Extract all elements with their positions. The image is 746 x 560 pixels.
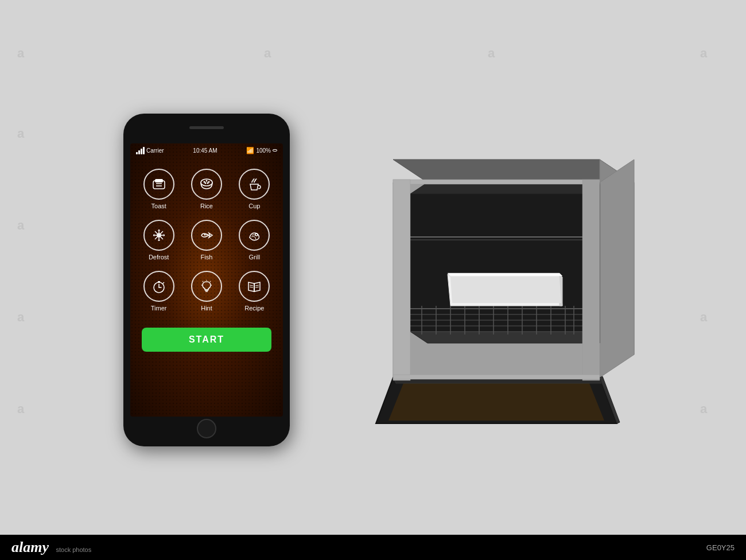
app-item-cup[interactable]: Cup xyxy=(231,163,278,214)
grill-label: Grill xyxy=(249,254,261,260)
scene: a a a a a a a a a a a a Carrier xyxy=(0,0,746,560)
svg-marker-50 xyxy=(410,332,600,343)
carrier-label: Carrier xyxy=(146,147,164,154)
watermark: a xyxy=(700,46,707,61)
svg-rect-1 xyxy=(155,179,163,182)
fish-icon xyxy=(191,220,222,251)
rice-icon xyxy=(191,169,222,200)
svg-point-24 xyxy=(255,234,258,236)
timer-icon xyxy=(143,271,174,302)
start-button-wrap: START xyxy=(130,322,283,357)
recipe-label: Recipe xyxy=(244,305,264,312)
oven-container xyxy=(336,137,623,423)
svg-rect-79 xyxy=(393,180,600,184)
time-label: 10:45 AM xyxy=(193,147,217,154)
svg-rect-81 xyxy=(582,180,600,380)
svg-line-40 xyxy=(250,287,253,287)
alamy-bar: alamy stock photos GE0Y25 xyxy=(0,535,746,560)
watermark: a xyxy=(17,310,24,325)
svg-rect-80 xyxy=(393,180,410,380)
svg-line-41 xyxy=(255,285,259,286)
app-item-fish[interactable]: Fish xyxy=(182,214,230,265)
svg-point-23 xyxy=(204,234,205,236)
svg-marker-74 xyxy=(448,273,562,276)
recipe-icon xyxy=(239,271,270,302)
watermark: a xyxy=(700,402,707,417)
app-item-recipe[interactable]: Recipe xyxy=(231,265,278,316)
svg-point-6 xyxy=(205,180,207,182)
hint-icon xyxy=(191,271,222,302)
app-item-toast[interactable]: Toast xyxy=(135,163,182,214)
svg-point-9 xyxy=(207,182,208,184)
app-item-defrost[interactable]: Defrost xyxy=(135,214,182,265)
fish-label: Fish xyxy=(201,254,213,260)
svg-line-39 xyxy=(250,285,253,286)
cup-label: Cup xyxy=(248,203,260,209)
hint-label: Hint xyxy=(201,305,212,312)
watermark: a xyxy=(488,46,495,61)
svg-marker-73 xyxy=(450,277,561,303)
svg-rect-82 xyxy=(393,375,600,379)
alamy-logo: alamy stock photos xyxy=(11,539,91,556)
phone-speaker xyxy=(189,126,224,129)
toast-icon xyxy=(143,169,174,200)
battery-label: 100% xyxy=(256,147,271,154)
battery-icon xyxy=(273,149,277,151)
alamy-code: GE0Y25 xyxy=(706,543,735,552)
grill-icon xyxy=(239,220,270,251)
svg-point-8 xyxy=(204,182,206,184)
oven-svg xyxy=(336,137,657,435)
svg-marker-76 xyxy=(388,380,604,421)
signal-icon xyxy=(136,147,145,154)
watermark: a xyxy=(17,46,24,61)
svg-line-42 xyxy=(255,287,259,287)
cup-icon xyxy=(239,169,270,200)
watermark: a xyxy=(17,218,24,233)
alamy-tagline: stock photos xyxy=(56,546,91,553)
status-left: Carrier xyxy=(136,147,164,154)
wifi-icon: 📶 xyxy=(246,147,254,154)
start-button[interactable]: START xyxy=(142,328,271,352)
phone-screen: Carrier 10:45 AM 📶 100% xyxy=(130,143,283,417)
svg-line-30 xyxy=(163,282,164,283)
status-bar: Carrier 10:45 AM 📶 100% xyxy=(130,143,283,157)
status-right: 📶 100% xyxy=(246,147,277,154)
app-item-timer[interactable]: Timer xyxy=(135,265,182,316)
defrost-label: Defrost xyxy=(149,254,169,260)
phone-home-button[interactable] xyxy=(197,419,216,438)
toast-label: Toast xyxy=(151,203,166,209)
rice-label: Rice xyxy=(200,203,213,209)
watermark: a xyxy=(17,402,24,417)
app-item-rice[interactable]: Rice xyxy=(182,163,230,214)
timer-label: Timer xyxy=(151,305,167,312)
watermark: a xyxy=(264,46,271,61)
svg-marker-43 xyxy=(393,160,634,182)
phone: Carrier 10:45 AM 📶 100% xyxy=(123,114,290,446)
app-item-hint[interactable]: Hint xyxy=(182,265,230,316)
watermark: a xyxy=(17,126,24,141)
app-item-grill[interactable]: Grill xyxy=(231,214,278,265)
defrost-icon xyxy=(143,220,174,251)
svg-line-34 xyxy=(203,281,203,282)
svg-marker-46 xyxy=(600,160,634,378)
watermark: a xyxy=(700,310,707,325)
svg-line-35 xyxy=(210,281,211,282)
app-grid: Toast xyxy=(130,157,283,322)
